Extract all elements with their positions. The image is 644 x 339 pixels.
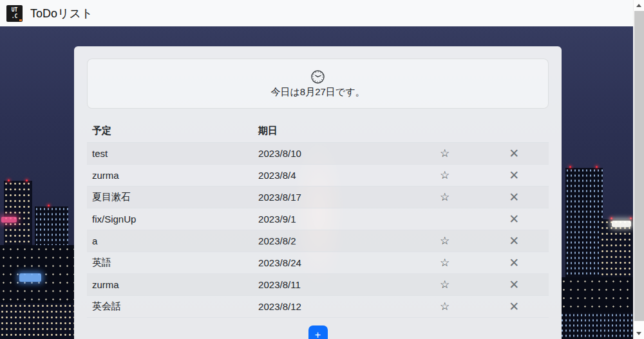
header-star-spacer bbox=[410, 120, 480, 143]
todo-due: 2023/8/2 bbox=[253, 230, 410, 252]
star-icon[interactable]: ☆ bbox=[440, 192, 450, 203]
delete-icon[interactable]: ✕ bbox=[509, 300, 519, 313]
delete-icon[interactable]: ✕ bbox=[509, 279, 519, 291]
header-due: 期日 bbox=[253, 120, 410, 143]
building bbox=[560, 313, 644, 339]
todo-row: zurma 2023/8/4 ☆ ✕ bbox=[87, 165, 549, 187]
todo-row: fix/SignUp 2023/9/1 ✕ bbox=[87, 208, 549, 230]
scrollbar-down-arrow-icon[interactable] bbox=[636, 332, 641, 335]
todo-row: zurma 2023/8/11 ☆ ✕ bbox=[87, 274, 549, 296]
todo-due: 2023/8/24 bbox=[253, 252, 410, 274]
scrollbar-thumb[interactable] bbox=[634, 11, 644, 321]
todo-plan: 夏目漱石 bbox=[87, 187, 253, 208]
todo-header-row: 予定 期日 bbox=[87, 120, 549, 143]
delete-icon[interactable]: ✕ bbox=[509, 257, 519, 269]
todo-row: 英会話 2023/8/12 ☆ ✕ bbox=[87, 296, 549, 318]
utc-logo-line1: UT bbox=[6, 7, 23, 14]
add-button-area: + bbox=[87, 325, 549, 339]
top-navbar: UT .C ToDoリスト bbox=[0, 0, 644, 26]
date-banner: 今日は8月27日です。 bbox=[87, 59, 549, 109]
todo-due: 2023/8/12 bbox=[253, 296, 410, 318]
todo-row: test 2023/8/10 ☆ ✕ bbox=[87, 143, 549, 165]
todo-due: 2023/9/1 bbox=[253, 208, 410, 230]
header-delete-spacer bbox=[479, 120, 549, 143]
logo-orange-mark bbox=[19, 19, 22, 21]
header-plan: 予定 bbox=[87, 120, 253, 143]
todo-plan: 英会話 bbox=[87, 296, 253, 318]
star-icon[interactable]: ☆ bbox=[440, 170, 450, 181]
todo-plan: test bbox=[87, 143, 253, 165]
scrollbar[interactable] bbox=[633, 0, 644, 339]
todo-plan: zurma bbox=[87, 165, 253, 187]
todo-row: a 2023/8/2 ☆ ✕ bbox=[87, 230, 549, 252]
todo-due: 2023/8/4 bbox=[253, 165, 410, 187]
todo-plan: fix/SignUp bbox=[87, 208, 253, 230]
add-todo-button[interactable]: + bbox=[308, 325, 328, 339]
todo-due: 2023/8/17 bbox=[253, 187, 410, 208]
building bbox=[0, 303, 74, 339]
todo-table: 予定 期日 test 2023/8/10 ☆ ✕ zurma 2023/8/4 … bbox=[87, 120, 549, 318]
today-date-text: 今日は8月27日です。 bbox=[270, 86, 365, 98]
app-title: ToDoリスト bbox=[30, 6, 93, 21]
delete-icon[interactable]: ✕ bbox=[509, 191, 519, 203]
todo-due: 2023/8/10 bbox=[253, 143, 410, 165]
delete-icon[interactable]: ✕ bbox=[509, 213, 519, 225]
utc-logo[interactable]: UT .C bbox=[6, 5, 23, 22]
todo-plan: zurma bbox=[87, 274, 253, 296]
star-icon[interactable]: ☆ bbox=[440, 257, 450, 268]
todo-due: 2023/8/11 bbox=[253, 274, 410, 296]
todo-row: 英語 2023/8/24 ☆ ✕ bbox=[87, 252, 549, 274]
clock-icon bbox=[310, 69, 325, 84]
star-icon[interactable]: ☆ bbox=[440, 279, 450, 290]
star-icon[interactable]: ☆ bbox=[440, 235, 450, 246]
delete-icon[interactable]: ✕ bbox=[509, 147, 519, 160]
lit-sign bbox=[612, 221, 631, 227]
todo-table-body: test 2023/8/10 ☆ ✕ zurma 2023/8/4 ☆ ✕ 夏目… bbox=[87, 143, 549, 318]
scrollbar-up-arrow-icon[interactable] bbox=[636, 4, 641, 7]
delete-icon[interactable]: ✕ bbox=[509, 169, 519, 181]
star-icon[interactable]: ☆ bbox=[440, 148, 450, 159]
todo-row: 夏目漱石 2023/8/17 ☆ ✕ bbox=[87, 187, 549, 208]
neon-sign bbox=[1, 217, 17, 223]
star-icon[interactable]: ☆ bbox=[440, 301, 450, 312]
todo-plan: a bbox=[87, 230, 253, 252]
neon-sign bbox=[19, 273, 41, 282]
delete-icon[interactable]: ✕ bbox=[509, 235, 519, 247]
todo-plan: 英語 bbox=[87, 252, 253, 274]
todo-card: 今日は8月27日です。 予定 期日 test 2023/8/10 ☆ ✕ zur… bbox=[74, 46, 562, 339]
